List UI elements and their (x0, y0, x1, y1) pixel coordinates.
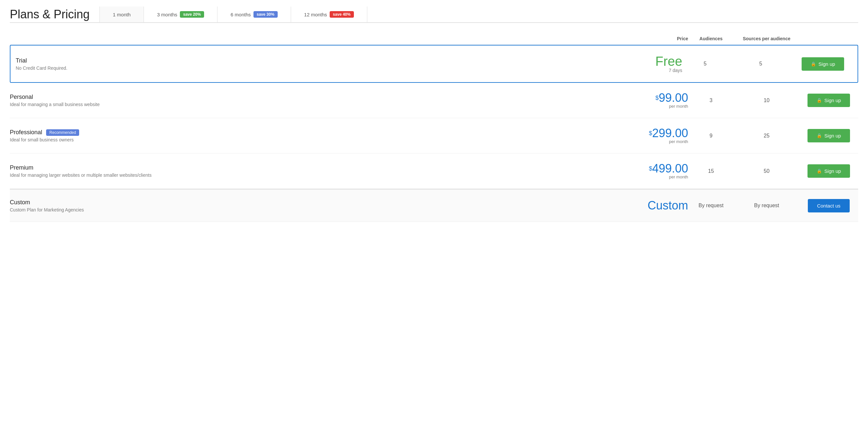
plan-desc-premium: Ideal for managing larger websites or mu… (10, 173, 636, 178)
plan-row-trial: Trial No Credit Card Required. Free 7 da… (10, 45, 858, 83)
plan-desc-custom: Custom Plan for Marketing Agencies (10, 207, 636, 212)
signup-button-premium[interactable]: 🔒 Sign up (807, 164, 850, 178)
price-dollar-premium: $ (649, 165, 652, 172)
price-free-label: Free (630, 55, 682, 68)
lock-icon-premium: 🔒 (817, 169, 822, 173)
plan-audiences-trial: 5 (682, 61, 728, 67)
plan-desc-personal: Ideal for managing a small business webs… (10, 102, 636, 107)
price-dollar-personal: $ (655, 95, 659, 101)
plan-sources-professional: 25 (734, 133, 799, 139)
plan-name-personal: Personal (10, 94, 636, 100)
signup-button-personal[interactable]: 🔒 Sign up (807, 94, 850, 107)
tab-12months-label: 12 months (304, 12, 327, 17)
price-value-premium: 499.00 (652, 162, 688, 175)
plan-sources-trial: 5 (728, 61, 794, 67)
header-row: Plans & Pricing 1 month 3 months save 20… (10, 6, 858, 23)
tab-6months-badge: save 30% (253, 11, 278, 18)
price-value-personal: 99.00 (659, 91, 688, 105)
plan-sources-personal: 10 (734, 97, 799, 104)
plan-audiences-premium: 15 (688, 168, 734, 174)
plan-info-premium: Premium Ideal for managing larger websit… (10, 164, 636, 178)
lock-icon-personal: 🔒 (817, 98, 822, 103)
lock-icon-trial: 🔒 (811, 61, 816, 66)
tab-3months-label: 3 months (157, 12, 177, 17)
plan-price-trial: Free 7 days (630, 55, 682, 73)
plan-row-custom: Custom Custom Plan for Marketing Agencie… (10, 190, 858, 222)
plan-name-trial: Trial (16, 57, 630, 64)
price-value-professional: 299.00 (652, 126, 688, 140)
col-sources-header: Sources per audience (734, 36, 799, 41)
plan-action-professional: 🔒 Sign up (799, 129, 858, 142)
tab-3months-badge: save 20% (180, 11, 204, 18)
plan-row-professional: Professional Recommended Ideal for small… (10, 118, 858, 153)
col-audiences-header: Audiences (688, 36, 734, 41)
lock-icon-professional: 🔒 (817, 133, 822, 138)
page-title: Plans & Pricing (10, 7, 99, 21)
plan-sources-custom: By request (734, 203, 799, 208)
plan-action-premium: 🔒 Sign up (799, 164, 858, 178)
price-days-label: 7 days (630, 68, 682, 73)
plan-info-personal: Personal Ideal for managing a small busi… (10, 94, 636, 107)
plan-audiences-custom: By request (688, 203, 734, 208)
recommended-badge: Recommended (46, 129, 79, 136)
plan-price-personal: $99.00 per month (636, 92, 688, 109)
plan-row-personal: Personal Ideal for managing a small busi… (10, 83, 858, 118)
tab-6months[interactable]: 6 months save 30% (217, 6, 291, 22)
plan-row-premium: Premium Ideal for managing larger websit… (10, 153, 858, 189)
price-amount-premium: $499.00 (636, 163, 688, 174)
tabs-container: 1 month 3 months save 20% 6 months save … (99, 6, 367, 22)
plan-name-premium: Premium (10, 164, 636, 171)
price-amount-personal: $99.00 (636, 92, 688, 104)
plan-price-premium: $499.00 per month (636, 163, 688, 179)
plan-info-professional: Professional Recommended Ideal for small… (10, 129, 636, 142)
price-per-personal: per month (636, 104, 688, 109)
signup-button-professional[interactable]: 🔒 Sign up (807, 129, 850, 142)
plan-sources-premium: 50 (734, 168, 799, 174)
plan-audiences-professional: 9 (688, 133, 734, 139)
tab-6months-label: 6 months (230, 12, 251, 17)
plan-name-custom: Custom (10, 199, 636, 206)
plan-name-professional: Professional Recommended (10, 129, 636, 136)
tab-12months-badge: save 40% (330, 11, 354, 18)
plan-desc-trial: No Credit Card Required. (16, 65, 630, 71)
plan-action-personal: 🔒 Sign up (799, 94, 858, 107)
column-headers: Price Audiences Sources per audience (10, 33, 858, 45)
plan-audiences-personal: 3 (688, 97, 734, 104)
contact-button-custom[interactable]: Contact us (808, 199, 850, 212)
price-dollar-professional: $ (649, 130, 652, 137)
price-per-premium: per month (636, 174, 688, 179)
plan-info-trial: Trial No Credit Card Required. (16, 57, 630, 71)
plan-price-professional: $299.00 per month (636, 127, 688, 144)
signup-button-trial[interactable]: 🔒 Sign up (802, 57, 844, 71)
plan-info-custom: Custom Custom Plan for Marketing Agencie… (10, 199, 636, 212)
col-price-header: Price (636, 36, 688, 41)
tab-1month[interactable]: 1 month (100, 6, 144, 22)
tab-12months[interactable]: 12 months save 40% (291, 6, 367, 22)
plan-desc-professional: Ideal for small business owners (10, 137, 636, 142)
plan-price-custom: Custom (636, 199, 688, 212)
tab-1month-label: 1 month (113, 12, 130, 17)
plan-action-trial: 🔒 Sign up (794, 57, 852, 71)
price-amount-professional: $299.00 (636, 127, 688, 139)
tab-3months[interactable]: 3 months save 20% (144, 6, 217, 22)
price-per-professional: per month (636, 139, 688, 144)
plan-action-custom: Contact us (799, 199, 858, 212)
price-custom-label: Custom (636, 199, 688, 212)
